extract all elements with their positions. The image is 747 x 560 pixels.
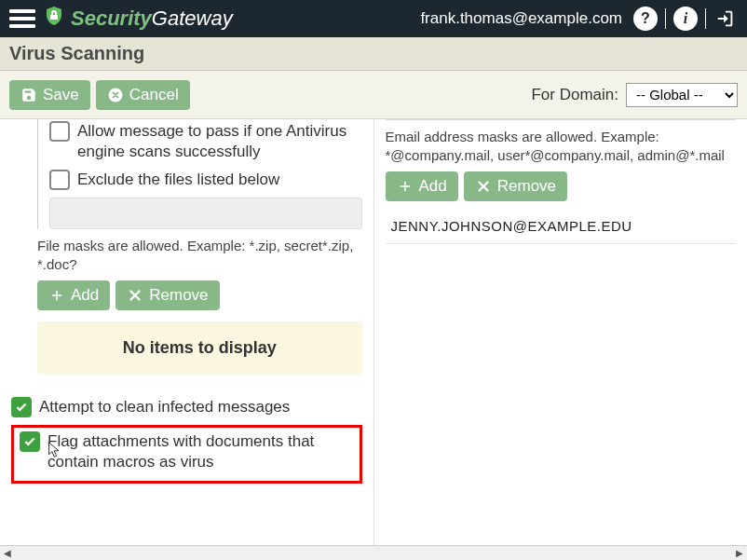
- add-file-button[interactable]: Add: [37, 280, 110, 310]
- close-icon: [127, 287, 143, 304]
- checkbox-allow-pass[interactable]: [49, 121, 70, 142]
- plus-icon: [48, 287, 65, 304]
- shield-icon: [43, 5, 65, 33]
- page-title-bar: Virus Scanning: [0, 37, 747, 71]
- horizontal-scrollbar[interactable]: ◀ ▶: [0, 545, 747, 560]
- label-attempt-clean: Attempt to clean infected messages: [39, 397, 290, 417]
- save-button[interactable]: Save: [9, 80, 90, 110]
- list-item[interactable]: JENNY.JOHNSON@EXAMPLE.EDU: [386, 209, 737, 244]
- scroll-left-arrow[interactable]: ◀: [0, 546, 15, 561]
- action-bar: Save Cancel For Domain: -- Global --: [0, 71, 747, 119]
- save-button-label: Save: [43, 86, 79, 104]
- email-masks-hint: Email address masks are allowed. Example…: [386, 128, 737, 164]
- scroll-right-arrow[interactable]: ▶: [732, 546, 747, 561]
- divider: [705, 8, 706, 29]
- remove-file-label: Remove: [149, 286, 208, 305]
- cancel-button[interactable]: Cancel: [96, 80, 190, 110]
- checkbox-attempt-clean[interactable]: [11, 397, 32, 417]
- app-logo: SecurityGateway: [43, 5, 233, 33]
- checkbox-flag-macros[interactable]: [20, 431, 40, 452]
- cancel-icon: [107, 87, 124, 103]
- close-icon: [475, 178, 492, 195]
- top-bar: SecurityGateway frank.thomas@example.com…: [0, 0, 747, 37]
- save-icon: [20, 87, 37, 103]
- add-email-label: Add: [419, 177, 447, 196]
- domain-label: For Domain:: [531, 86, 618, 104]
- logout-icon[interactable]: [713, 7, 738, 31]
- no-items-message: No items to display: [37, 321, 362, 375]
- file-mask-input[interactable]: [49, 198, 362, 229]
- label-exclude-files: Exclude the files listed below: [77, 170, 279, 190]
- scroll-track[interactable]: [15, 546, 732, 561]
- help-icon[interactable]: ?: [633, 7, 658, 31]
- email-list: JENNY.JOHNSON@EXAMPLE.EDU: [386, 209, 737, 244]
- info-icon[interactable]: i: [673, 7, 698, 31]
- label-allow-pass: Allow message to pass if one Antivirus e…: [77, 121, 362, 162]
- highlighted-option: Flag attachments with documents that con…: [11, 425, 362, 483]
- page-title: Virus Scanning: [9, 43, 144, 64]
- remove-email-label: Remove: [497, 177, 556, 196]
- file-masks-hint: File masks are allowed. Example: *.zip, …: [37, 237, 362, 273]
- add-email-button[interactable]: Add: [386, 171, 458, 201]
- logo-text-gateway: Gateway: [152, 7, 233, 31]
- right-panel: Email address masks are allowed. Example…: [374, 119, 748, 545]
- cancel-button-label: Cancel: [129, 86, 179, 104]
- left-panel: Allow message to pass if one Antivirus e…: [0, 119, 374, 545]
- add-file-label: Add: [71, 286, 99, 305]
- remove-email-button[interactable]: Remove: [464, 171, 567, 201]
- remove-file-button[interactable]: Remove: [115, 280, 219, 310]
- menu-icon[interactable]: [9, 6, 35, 32]
- plus-icon: [397, 178, 414, 195]
- label-flag-macros: Flag attachments with documents that con…: [48, 431, 354, 472]
- main-content: Allow message to pass if one Antivirus e…: [0, 119, 747, 545]
- logo-text-security: Security: [71, 7, 152, 31]
- domain-select[interactable]: -- Global --: [626, 83, 738, 107]
- divider: [665, 8, 666, 29]
- cursor-icon: [48, 441, 62, 459]
- checkbox-exclude-files[interactable]: [49, 170, 70, 190]
- user-email: frank.thomas@example.com: [420, 9, 622, 28]
